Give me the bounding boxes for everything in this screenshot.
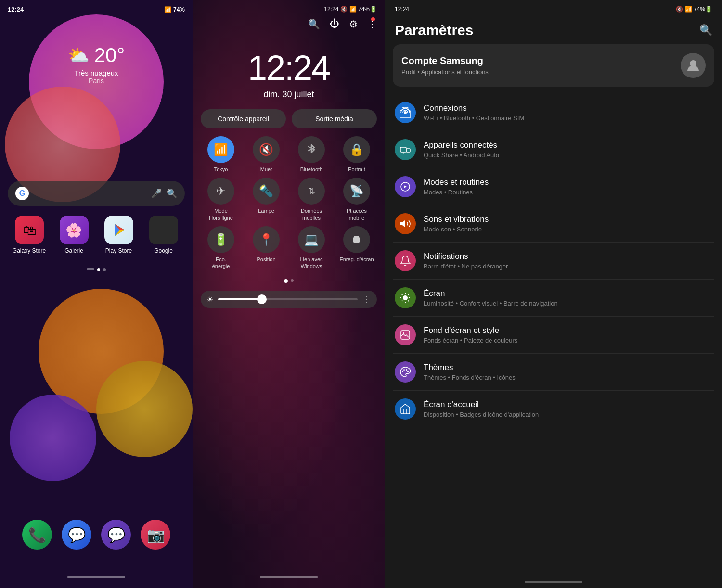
connexions-icon xyxy=(395,102,416,123)
play-store-icon xyxy=(104,216,133,244)
qs-tile-label-muet: Muet xyxy=(260,166,272,173)
qs-tile-icon-data: ⇅ xyxy=(298,178,325,205)
svg-line-18 xyxy=(408,294,409,295)
qs-search-icon[interactable]: 🔍 xyxy=(308,18,320,30)
qs-tile-screen-record[interactable]: ⏺ Enreg. d'écran xyxy=(336,226,377,270)
appareils-title: Appareils connectés xyxy=(424,141,712,150)
messages-icon: 💬 xyxy=(62,520,91,550)
modes-title: Modes et routines xyxy=(424,178,712,187)
qs-tile-label-airplane: ModeHors ligne xyxy=(209,207,233,221)
settings-header: Paramètres 🔍 xyxy=(385,14,722,44)
weather-description: Très nuageux xyxy=(74,69,118,77)
media-output-button[interactable]: Sortie média xyxy=(292,109,377,128)
connexions-info: Connexions Wi-Fi • Bluetooth • Gestionna… xyxy=(424,103,712,122)
brightness-icon: ☀ xyxy=(206,295,213,304)
settings-item-modes[interactable]: Modes et routines Modes • Routines xyxy=(393,168,714,205)
weather-temperature: 20° xyxy=(94,44,125,67)
ecran-title: Écran xyxy=(424,289,712,298)
qs-tile-data[interactable]: ⇅ Donnéesmobiles xyxy=(291,178,332,221)
qs-tile-label-link-windows: Lien avecWindows xyxy=(300,256,322,270)
settings-nav-bar xyxy=(525,581,582,583)
device-control-button[interactable]: Contrôle appareil xyxy=(201,109,286,128)
qs-power-icon[interactable]: ⏻ xyxy=(330,18,339,30)
fond-icon xyxy=(395,324,416,345)
samsung-account-name: Compte Samsung xyxy=(401,55,489,66)
brightness-fill xyxy=(218,298,260,300)
qs-tile-muet[interactable]: 🔇 Muet xyxy=(246,136,286,173)
qs-time-display: 12:24 xyxy=(193,48,385,88)
qs-page-dots xyxy=(193,279,385,283)
qs-tile-icon-tokyo: 📶 xyxy=(207,136,234,163)
qs-tile-lampe[interactable]: 🔦 Lampe xyxy=(246,178,286,221)
page-dot-1 xyxy=(97,268,100,271)
google-search-bar[interactable]: G 🎤 🔍 xyxy=(8,181,185,206)
qs-tile-portrait[interactable]: 🔒 Portrait xyxy=(336,136,377,173)
brightness-more-icon[interactable]: ⋮ xyxy=(362,294,371,305)
qs-top-icons: 🔍 ⏻ ⚙ ⋮ xyxy=(193,14,385,34)
svg-point-8 xyxy=(403,153,404,154)
dock-camera[interactable]: 📷 xyxy=(141,520,170,550)
qs-tile-battery[interactable]: 🔋 Éco.énergie xyxy=(201,226,241,270)
qs-tile-label-portrait: Portrait xyxy=(348,166,365,173)
qs-tile-icon-link-windows: 💻 xyxy=(298,226,325,253)
settings-item-connexions[interactable]: Connexions Wi-Fi • Bluetooth • Gestionna… xyxy=(393,94,714,131)
notifications-title: Notifications xyxy=(424,252,712,261)
settings-item-themes[interactable]: Thèmes Thèmes • Fonds d'écran • Icônes xyxy=(393,354,714,391)
google-icon xyxy=(149,216,178,244)
settings-item-accueil[interactable]: Écran d'accueil Disposition • Badges d'i… xyxy=(393,391,714,427)
play-store-label: Play Store xyxy=(105,247,132,254)
themes-info: Thèmes Thèmes • Fonds d'écran • Icônes xyxy=(424,363,712,381)
samsung-account-card[interactable]: Compte Samsung Profil • Applications et … xyxy=(393,44,714,87)
settings-item-ecran[interactable]: Écran Luminosité • Confort visuel • Barr… xyxy=(393,280,714,317)
settings-search-icon[interactable]: 🔍 xyxy=(699,24,712,37)
galaxy-store-icon: 🛍 xyxy=(15,216,44,244)
lens-icon[interactable]: 🔍 xyxy=(167,188,177,199)
dock: 📞 💬 💬 📷 xyxy=(0,520,193,550)
svg-line-15 xyxy=(402,294,402,295)
appareils-icon xyxy=(395,139,416,160)
qs-tile-link-windows[interactable]: 💻 Lien avecWindows xyxy=(291,226,332,270)
qs-tile-label-battery: Éco.énergie xyxy=(212,256,230,270)
brightness-thumb xyxy=(257,294,267,304)
app-item-galerie[interactable]: 🌸 Galerie xyxy=(54,216,93,254)
sons-info: Sons et vibrations Mode son • Sonnerie xyxy=(424,215,712,233)
qs-tile-airplane[interactable]: ✈ ModeHors ligne xyxy=(201,178,241,221)
settings-item-appareils[interactable]: Appareils connectés Quick Share • Androi… xyxy=(393,131,714,168)
galerie-label: Galerie xyxy=(64,247,83,254)
ecran-icon xyxy=(395,287,416,308)
qs-tile-bluetooth[interactable]: Bluetooth xyxy=(291,136,332,173)
qs-tile-location[interactable]: 📍 Position xyxy=(246,226,286,270)
svg-point-21 xyxy=(402,371,403,372)
svg-line-17 xyxy=(402,301,402,301)
app-item-google[interactable]: Google xyxy=(144,216,183,254)
dock-messages[interactable]: 💬 xyxy=(62,520,91,550)
home-time: 12:24 xyxy=(8,6,24,13)
dock-viber[interactable]: 💬 xyxy=(101,520,131,550)
qs-settings-icon[interactable]: ⚙ xyxy=(349,18,358,30)
qs-tile-tokyo[interactable]: 📶 Tokyo xyxy=(201,136,241,173)
qs-tile-hotspot[interactable]: 📡 Pt accèsmobile xyxy=(336,178,377,221)
quick-settings-panel: 12:24 🔇 📶 74%🔋 🔍 ⏻ ⚙ ⋮ 12:24 dim. 30 jui… xyxy=(193,0,385,588)
google-logo: G xyxy=(15,187,29,200)
home-status-right: 📶 74% xyxy=(164,6,185,13)
fond-info: Fond d'écran et style Fonds écran • Pale… xyxy=(424,326,712,344)
settings-status-right: 🔇 📶 74%🔋 xyxy=(676,6,712,13)
ecran-info: Écran Luminosité • Confort visuel • Barr… xyxy=(424,289,712,307)
settings-item-sons[interactable]: Sons et vibrations Mode son • Sonnerie xyxy=(393,205,714,243)
dock-phone[interactable]: 📞 xyxy=(22,520,52,550)
settings-signal: 🔇 📶 74%🔋 xyxy=(676,6,712,13)
themes-title: Thèmes xyxy=(424,363,712,372)
themes-icon xyxy=(395,361,416,383)
settings-item-fond[interactable]: Fond d'écran et style Fonds écran • Pale… xyxy=(393,317,714,354)
app-item-play-store[interactable]: Play Store xyxy=(99,216,138,254)
google-label: Google xyxy=(154,247,173,254)
settings-item-notifications[interactable]: Notifications Barre d'état • Ne pas déra… xyxy=(393,243,714,280)
galaxy-store-label: Galaxy Store xyxy=(13,247,46,254)
brightness-slider[interactable]: ☀ ⋮ xyxy=(201,291,377,308)
accueil-icon xyxy=(395,398,416,420)
mic-icon[interactable]: 🎤 xyxy=(151,188,162,199)
svg-point-10 xyxy=(403,295,408,300)
qs-time-status: 12:24 xyxy=(324,6,338,13)
camera-icon: 📷 xyxy=(141,520,170,550)
app-item-galaxy-store[interactable]: 🛍 Galaxy Store xyxy=(10,216,49,254)
